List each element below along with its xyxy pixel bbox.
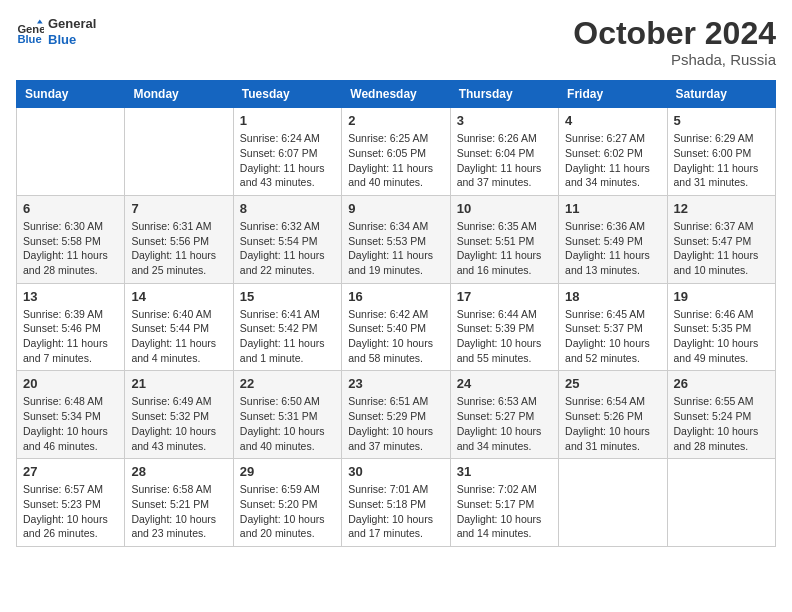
day-info: Sunrise: 6:35 AMSunset: 5:51 PMDaylight:…	[457, 219, 552, 278]
day-number: 29	[240, 464, 335, 479]
day-number: 2	[348, 113, 443, 128]
weekday-header: Saturday	[667, 81, 775, 108]
day-number: 19	[674, 289, 769, 304]
day-number: 4	[565, 113, 660, 128]
calendar-cell: 27Sunrise: 6:57 AMSunset: 5:23 PMDayligh…	[17, 459, 125, 547]
calendar-cell: 31Sunrise: 7:02 AMSunset: 5:17 PMDayligh…	[450, 459, 558, 547]
calendar-cell: 8Sunrise: 6:32 AMSunset: 5:54 PMDaylight…	[233, 195, 341, 283]
logo-line1: General	[48, 16, 96, 32]
logo-icon: General Blue	[16, 18, 44, 46]
calendar-cell: 18Sunrise: 6:45 AMSunset: 5:37 PMDayligh…	[559, 283, 667, 371]
day-number: 1	[240, 113, 335, 128]
day-info: Sunrise: 6:31 AMSunset: 5:56 PMDaylight:…	[131, 219, 226, 278]
calendar-cell: 7Sunrise: 6:31 AMSunset: 5:56 PMDaylight…	[125, 195, 233, 283]
title-block: October 2024 Pshada, Russia	[573, 16, 776, 68]
day-number: 26	[674, 376, 769, 391]
weekday-header: Thursday	[450, 81, 558, 108]
calendar-cell	[17, 108, 125, 196]
calendar-cell: 5Sunrise: 6:29 AMSunset: 6:00 PMDaylight…	[667, 108, 775, 196]
calendar-cell: 17Sunrise: 6:44 AMSunset: 5:39 PMDayligh…	[450, 283, 558, 371]
day-number: 17	[457, 289, 552, 304]
day-info: Sunrise: 6:40 AMSunset: 5:44 PMDaylight:…	[131, 307, 226, 366]
weekday-header: Wednesday	[342, 81, 450, 108]
day-number: 28	[131, 464, 226, 479]
day-info: Sunrise: 6:41 AMSunset: 5:42 PMDaylight:…	[240, 307, 335, 366]
calendar-cell: 14Sunrise: 6:40 AMSunset: 5:44 PMDayligh…	[125, 283, 233, 371]
calendar-cell: 3Sunrise: 6:26 AMSunset: 6:04 PMDaylight…	[450, 108, 558, 196]
day-info: Sunrise: 6:46 AMSunset: 5:35 PMDaylight:…	[674, 307, 769, 366]
day-info: Sunrise: 7:02 AMSunset: 5:17 PMDaylight:…	[457, 482, 552, 541]
day-info: Sunrise: 6:59 AMSunset: 5:20 PMDaylight:…	[240, 482, 335, 541]
weekday-header: Friday	[559, 81, 667, 108]
day-info: Sunrise: 6:32 AMSunset: 5:54 PMDaylight:…	[240, 219, 335, 278]
calendar-cell: 28Sunrise: 6:58 AMSunset: 5:21 PMDayligh…	[125, 459, 233, 547]
month-title: October 2024	[573, 16, 776, 51]
day-info: Sunrise: 6:34 AMSunset: 5:53 PMDaylight:…	[348, 219, 443, 278]
calendar-cell: 23Sunrise: 6:51 AMSunset: 5:29 PMDayligh…	[342, 371, 450, 459]
calendar-cell: 12Sunrise: 6:37 AMSunset: 5:47 PMDayligh…	[667, 195, 775, 283]
page-header: General Blue General Blue October 2024 P…	[16, 16, 776, 68]
calendar-cell: 19Sunrise: 6:46 AMSunset: 5:35 PMDayligh…	[667, 283, 775, 371]
day-number: 27	[23, 464, 118, 479]
calendar-cell	[667, 459, 775, 547]
day-number: 25	[565, 376, 660, 391]
day-number: 7	[131, 201, 226, 216]
day-info: Sunrise: 6:55 AMSunset: 5:24 PMDaylight:…	[674, 394, 769, 453]
day-info: Sunrise: 6:53 AMSunset: 5:27 PMDaylight:…	[457, 394, 552, 453]
calendar-cell: 9Sunrise: 6:34 AMSunset: 5:53 PMDaylight…	[342, 195, 450, 283]
day-info: Sunrise: 6:44 AMSunset: 5:39 PMDaylight:…	[457, 307, 552, 366]
calendar-cell: 20Sunrise: 6:48 AMSunset: 5:34 PMDayligh…	[17, 371, 125, 459]
day-info: Sunrise: 6:50 AMSunset: 5:31 PMDaylight:…	[240, 394, 335, 453]
day-info: Sunrise: 6:57 AMSunset: 5:23 PMDaylight:…	[23, 482, 118, 541]
day-number: 20	[23, 376, 118, 391]
day-info: Sunrise: 6:51 AMSunset: 5:29 PMDaylight:…	[348, 394, 443, 453]
calendar-week-row: 1Sunrise: 6:24 AMSunset: 6:07 PMDaylight…	[17, 108, 776, 196]
day-number: 24	[457, 376, 552, 391]
day-number: 8	[240, 201, 335, 216]
logo: General Blue General Blue	[16, 16, 96, 47]
day-info: Sunrise: 6:48 AMSunset: 5:34 PMDaylight:…	[23, 394, 118, 453]
calendar-cell: 25Sunrise: 6:54 AMSunset: 5:26 PMDayligh…	[559, 371, 667, 459]
svg-text:Blue: Blue	[17, 33, 41, 45]
svg-marker-2	[37, 19, 43, 23]
day-info: Sunrise: 6:27 AMSunset: 6:02 PMDaylight:…	[565, 131, 660, 190]
calendar-cell: 10Sunrise: 6:35 AMSunset: 5:51 PMDayligh…	[450, 195, 558, 283]
calendar-table: SundayMondayTuesdayWednesdayThursdayFrid…	[16, 80, 776, 547]
day-number: 14	[131, 289, 226, 304]
day-number: 3	[457, 113, 552, 128]
day-number: 10	[457, 201, 552, 216]
day-number: 15	[240, 289, 335, 304]
day-info: Sunrise: 6:30 AMSunset: 5:58 PMDaylight:…	[23, 219, 118, 278]
calendar-cell: 30Sunrise: 7:01 AMSunset: 5:18 PMDayligh…	[342, 459, 450, 547]
calendar-week-row: 6Sunrise: 6:30 AMSunset: 5:58 PMDaylight…	[17, 195, 776, 283]
calendar-cell: 16Sunrise: 6:42 AMSunset: 5:40 PMDayligh…	[342, 283, 450, 371]
day-number: 22	[240, 376, 335, 391]
day-info: Sunrise: 7:01 AMSunset: 5:18 PMDaylight:…	[348, 482, 443, 541]
day-info: Sunrise: 6:29 AMSunset: 6:00 PMDaylight:…	[674, 131, 769, 190]
calendar-cell: 15Sunrise: 6:41 AMSunset: 5:42 PMDayligh…	[233, 283, 341, 371]
calendar-cell	[559, 459, 667, 547]
logo-line2: Blue	[48, 32, 96, 48]
day-info: Sunrise: 6:42 AMSunset: 5:40 PMDaylight:…	[348, 307, 443, 366]
calendar-week-row: 20Sunrise: 6:48 AMSunset: 5:34 PMDayligh…	[17, 371, 776, 459]
day-number: 21	[131, 376, 226, 391]
calendar-cell: 24Sunrise: 6:53 AMSunset: 5:27 PMDayligh…	[450, 371, 558, 459]
day-info: Sunrise: 6:45 AMSunset: 5:37 PMDaylight:…	[565, 307, 660, 366]
day-number: 12	[674, 201, 769, 216]
day-info: Sunrise: 6:25 AMSunset: 6:05 PMDaylight:…	[348, 131, 443, 190]
day-number: 5	[674, 113, 769, 128]
day-number: 9	[348, 201, 443, 216]
weekday-header: Tuesday	[233, 81, 341, 108]
day-info: Sunrise: 6:49 AMSunset: 5:32 PMDaylight:…	[131, 394, 226, 453]
day-info: Sunrise: 6:54 AMSunset: 5:26 PMDaylight:…	[565, 394, 660, 453]
day-number: 31	[457, 464, 552, 479]
calendar-cell: 11Sunrise: 6:36 AMSunset: 5:49 PMDayligh…	[559, 195, 667, 283]
calendar-cell: 13Sunrise: 6:39 AMSunset: 5:46 PMDayligh…	[17, 283, 125, 371]
calendar-cell: 1Sunrise: 6:24 AMSunset: 6:07 PMDaylight…	[233, 108, 341, 196]
calendar-cell: 22Sunrise: 6:50 AMSunset: 5:31 PMDayligh…	[233, 371, 341, 459]
calendar-cell: 26Sunrise: 6:55 AMSunset: 5:24 PMDayligh…	[667, 371, 775, 459]
calendar-week-row: 13Sunrise: 6:39 AMSunset: 5:46 PMDayligh…	[17, 283, 776, 371]
day-info: Sunrise: 6:36 AMSunset: 5:49 PMDaylight:…	[565, 219, 660, 278]
calendar-cell: 21Sunrise: 6:49 AMSunset: 5:32 PMDayligh…	[125, 371, 233, 459]
calendar-cell	[125, 108, 233, 196]
